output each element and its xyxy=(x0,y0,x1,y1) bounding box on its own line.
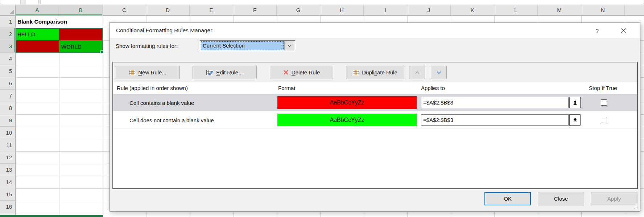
duplicate-rule-table-icon xyxy=(353,70,359,75)
row-header-15[interactable]: 15 xyxy=(0,188,16,201)
column-header-C[interactable]: C xyxy=(103,5,146,16)
collapse-range-button[interactable] xyxy=(569,114,581,126)
row-header-16[interactable]: 16 xyxy=(0,201,16,213)
close-icon xyxy=(621,28,626,33)
new-rule-button[interactable]: New Rule... xyxy=(116,66,180,79)
rule-description: Cell does not contain a blank value xyxy=(129,111,214,129)
scope-dropdown-value: Current Selection xyxy=(201,41,284,50)
applies-to-input[interactable] xyxy=(421,114,569,126)
range-select-arrow-icon xyxy=(573,117,578,123)
dialog-title: Conditional Formatting Rules Manager xyxy=(116,23,212,38)
column-header-B[interactable]: B xyxy=(59,5,103,16)
row-header-11[interactable]: 11 xyxy=(0,139,16,151)
excel-window: ABCDEFGHIJKLMN 12345678910111213141516 B… xyxy=(0,0,644,217)
close-button[interactable] xyxy=(618,25,629,36)
rule-description: Cell contains a blank value xyxy=(129,94,194,111)
insert-function-button[interactable] xyxy=(26,0,39,4)
edit-rule-button[interactable]: Edit Rule... xyxy=(193,66,257,79)
show-rules-label: Show formatting rules for: xyxy=(116,43,178,49)
move-rule-up-button[interactable] xyxy=(409,66,425,79)
column-header-N[interactable]: N xyxy=(581,5,625,16)
edit-rule-pencil-icon xyxy=(206,70,213,75)
range-select-arrow-icon xyxy=(573,100,578,105)
column-header-L[interactable]: L xyxy=(494,5,538,16)
apply-button[interactable]: Apply xyxy=(591,192,637,205)
delete-rule-button[interactable]: Delete Rule xyxy=(270,66,333,79)
row-header-3[interactable]: 3 xyxy=(0,40,16,53)
column-headers: ABCDEFGHIJKLMN xyxy=(16,5,644,16)
ok-button[interactable]: OK xyxy=(484,192,531,205)
column-header-A[interactable]: A xyxy=(16,5,59,16)
rule-row-not-blank[interactable]: Cell does not contain a blank value AaBb… xyxy=(113,111,637,129)
column-header-I[interactable]: I xyxy=(364,5,407,16)
row-header-10[interactable]: 10 xyxy=(0,127,16,139)
resize-grip[interactable] xyxy=(635,206,638,209)
column-header-M[interactable]: M xyxy=(538,5,581,16)
row-header-8[interactable]: 8 xyxy=(0,102,16,114)
row-header-4[interactable]: 4 xyxy=(0,53,16,65)
column-header-stop: Stop If True xyxy=(589,82,617,94)
help-button[interactable]: ? xyxy=(592,26,602,35)
move-rule-down-button[interactable] xyxy=(431,66,447,79)
name-box[interactable] xyxy=(0,0,21,4)
row-header-5[interactable]: 5 xyxy=(0,65,16,77)
row-header-7[interactable]: 7 xyxy=(0,90,16,102)
column-header-rule: Rule (applied in order shown) xyxy=(117,82,188,94)
row-headers: 12345678910111213141516 xyxy=(0,16,16,217)
conditional-formatting-rules-manager-dialog: Conditional Formatting Rules Manager ? S… xyxy=(110,22,640,212)
stop-if-true-checkbox[interactable] xyxy=(601,117,607,123)
column-header-applies: Applies to xyxy=(421,82,445,94)
select-all-corner[interactable] xyxy=(0,5,16,16)
applies-to-input[interactable] xyxy=(421,97,569,108)
scope-dropdown-button[interactable] xyxy=(284,41,294,50)
chevron-down-icon xyxy=(437,71,441,74)
column-header-K[interactable]: K xyxy=(451,5,494,16)
stop-if-true-checkbox[interactable] xyxy=(601,99,607,106)
column-header-partial[interactable] xyxy=(625,5,644,16)
dialog-titlebar[interactable]: Conditional Formatting Rules Manager ? xyxy=(110,23,640,38)
row-header-9[interactable]: 9 xyxy=(0,114,16,127)
delete-x-icon xyxy=(283,70,289,75)
status-bar-edge xyxy=(0,215,103,217)
formula-bar[interactable] xyxy=(40,0,644,4)
column-header-G[interactable]: G xyxy=(277,5,320,16)
new-rule-table-icon xyxy=(129,70,135,75)
collapse-range-button[interactable] xyxy=(569,97,581,108)
cell-A3[interactable] xyxy=(16,40,59,53)
cell-A1[interactable]: Blank Comparison xyxy=(16,16,103,28)
format-preview-red: AaBbCcYyZz xyxy=(277,96,417,109)
rule-row-blank[interactable]: Cell contains a blank value AaBbCcYyZz xyxy=(113,94,637,111)
cell-B3[interactable]: WORLD xyxy=(59,40,103,53)
column-header-H[interactable]: H xyxy=(320,5,364,16)
rules-list: Rule (applied in order shown) Format App… xyxy=(113,82,637,188)
fill-handle[interactable] xyxy=(100,50,104,54)
column-header-J[interactable]: J xyxy=(407,5,451,16)
row-header-1[interactable]: 1 xyxy=(0,16,16,28)
column-header-D[interactable]: D xyxy=(146,5,190,16)
cell-B2[interactable] xyxy=(59,28,103,40)
duplicate-rule-button[interactable]: Duplicate Rule xyxy=(346,66,404,79)
row-header-2[interactable]: 2 xyxy=(0,28,16,40)
format-preview-green: AaBbCcYyZz xyxy=(277,114,417,126)
column-header-E[interactable]: E xyxy=(190,5,233,16)
column-header-format: Format xyxy=(278,82,296,94)
row-header-14[interactable]: 14 xyxy=(0,176,16,188)
scope-dropdown[interactable]: Current Selection xyxy=(200,40,295,51)
column-header-F[interactable]: F xyxy=(233,5,277,16)
row-header-13[interactable]: 13 xyxy=(0,164,16,176)
chevron-up-icon xyxy=(415,71,420,74)
cell-A2[interactable]: HELLO xyxy=(16,28,59,40)
chevron-down-icon xyxy=(288,45,292,47)
formula-bar-strip xyxy=(0,0,644,5)
close-dialog-button[interactable]: Close xyxy=(538,192,584,205)
rules-frame: New Rule... Edit Rule... Delete Rule xyxy=(112,62,638,189)
select-all-triangle-icon xyxy=(9,9,14,14)
row-header-12[interactable]: 12 xyxy=(0,151,16,164)
row-header-6[interactable]: 6 xyxy=(0,77,16,90)
